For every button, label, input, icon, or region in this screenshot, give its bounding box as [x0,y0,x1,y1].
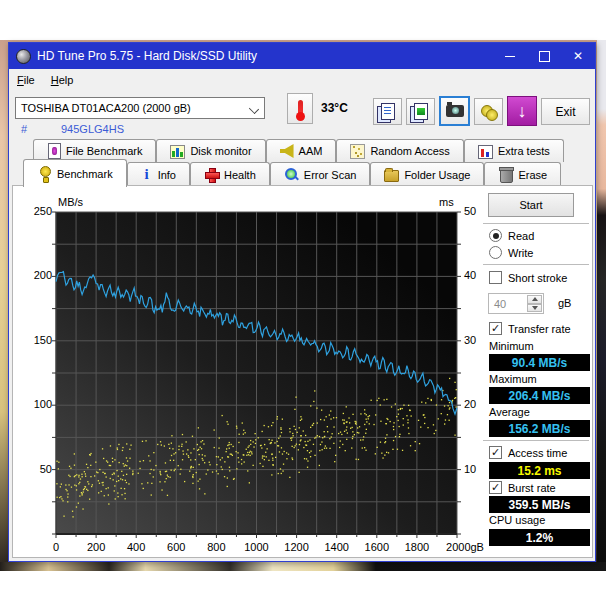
minimize-icon [505,56,515,57]
tab-label: Folder Usage [404,169,470,181]
hdtune-window: HD Tune Pro 5.75 - Hard Disk/SSD Utility… [8,42,596,562]
drive-select-combobox[interactable]: TOSHIBA DT01ACA200 (2000 gB) [15,97,265,119]
close-icon: ✕ [573,49,583,63]
tab-erase[interactable]: Erase [484,162,561,186]
average-label: Average [489,406,530,418]
read-label: Read [508,230,534,242]
access-time-checkbox[interactable]: ✓ [489,446,502,459]
menu-file[interactable]: File [9,71,43,89]
copy-image-button[interactable] [406,98,435,125]
tab-aam[interactable]: AAM [266,139,337,162]
access-time-value: 15.2 ms [489,462,590,479]
update-download-button[interactable]: ↓ [507,96,537,126]
tab-label: Benchmark [57,168,113,180]
short-stroke-size-spinner[interactable]: 40 [488,293,544,314]
camera-icon [446,105,464,117]
left-axis-unit: MB/s [58,196,83,208]
tab-label: Info [158,169,176,181]
tab-label: Erase [518,169,547,181]
spinner-down-icon [532,306,538,310]
write-radio-row[interactable]: Write [489,246,533,259]
short-stroke-checkbox[interactable] [489,271,502,284]
tab-disk-monitor[interactable]: Disk monitor [156,139,265,162]
left-axis-tick: 100 [18,398,52,410]
erase-trash-icon [500,169,513,183]
short-stroke-row[interactable]: Short stroke [489,271,567,284]
maximum-value: 206.4 MB/s [489,387,590,404]
burst-rate-row[interactable]: ✓ Burst rate [489,481,556,494]
close-button[interactable]: ✕ [561,43,595,69]
write-radio[interactable] [489,246,502,259]
left-axis-tick: 150 [18,334,52,346]
serial-hash: # [21,123,27,135]
app-disk-icon [16,49,31,64]
access-time-row[interactable]: ✓ Access time [489,446,567,459]
start-button[interactable]: Start [488,193,574,217]
tab-label: File Benchmark [66,145,142,157]
read-radio-row[interactable]: Read [489,229,534,242]
random-access-icon [350,144,365,159]
transfer-rate-label: Transfer rate [508,323,571,335]
maximize-button[interactable] [527,43,561,69]
info-icon: i [141,167,153,182]
minimum-value: 90.4 MB/s [489,354,590,371]
extra-tests-icon [478,145,493,159]
title-bar: HD Tune Pro 5.75 - Hard Disk/SSD Utility… [9,43,595,69]
transfer-rate-checkbox[interactable]: ✓ [489,322,502,335]
exit-button[interactable]: Exit [541,98,590,125]
screenshot-camera-button[interactable] [439,96,470,126]
tab-folder-usage[interactable]: Folder Usage [370,162,484,186]
spinner-up-icon [532,297,538,301]
average-value: 156.2 MB/s [489,420,590,437]
access-time-label: Access time [508,447,567,459]
page-top-whitespace [0,0,606,40]
tab-health[interactable]: Health [190,162,270,186]
cpu-usage-label: CPU usage [489,514,545,526]
minimum-label: Minimum [489,340,534,352]
donate-button[interactable] [474,98,503,125]
short-stroke-label: Short stroke [508,272,567,284]
copy-text-button[interactable] [373,98,402,125]
spinner-down-button[interactable] [527,304,542,313]
temperature-button[interactable] [287,93,313,124]
exit-label: Exit [555,105,575,119]
tab-benchmark[interactable]: Benchmark [23,159,127,187]
drive-select-value: TOSHIBA DT01ACA200 (2000 gB) [21,102,191,114]
left-axis-tick: 200 [18,269,52,281]
menu-help[interactable]: Help [43,71,82,89]
copy-image-icon [414,103,428,120]
file-benchmark-icon [48,143,61,159]
tab-extra-tests[interactable]: Extra tests [464,139,564,162]
read-radio[interactable] [489,229,502,242]
burst-rate-label: Burst rate [508,482,556,494]
download-arrow-icon: ↓ [518,102,527,120]
left-axis-tick: 250 [18,205,52,217]
start-label: Start [519,199,542,211]
tab-row-primary: BenchmarkiInfoHealthError ScanFolder Usa… [23,162,561,186]
cpu-usage-value: 1.2% [489,529,590,546]
error-scan-magnifier-icon [284,167,299,182]
burst-rate-checkbox[interactable]: ✓ [489,481,502,494]
tab-info[interactable]: iInfo [127,162,190,186]
spinner-up-button[interactable] [527,295,542,304]
folder-usage-icon [384,170,399,182]
gb-unit-label: gB [558,297,571,309]
spinner-value: 40 [494,298,506,310]
tab-label: Disk monitor [190,145,251,157]
benchmark-chart [56,212,457,534]
tab-random-access[interactable]: Random Access [336,139,463,162]
maximize-icon [539,51,550,62]
benchmark-lamp-icon [37,166,52,181]
minimize-button[interactable] [493,43,527,69]
transfer-rate-row[interactable]: ✓ Transfer rate [489,322,571,335]
thermometer-icon [298,100,303,118]
serial-number: 945GLG4HS [61,123,124,135]
chart-svg [56,212,457,534]
maximum-label: Maximum [489,373,537,385]
tab-error-scan[interactable]: Error Scan [270,162,371,186]
menu-bar: File Help [9,69,595,91]
copy-text-icon [381,103,395,120]
right-axis-unit: ms [439,196,454,208]
tab-label: Random Access [370,145,449,157]
background-artwork-right [597,40,606,571]
